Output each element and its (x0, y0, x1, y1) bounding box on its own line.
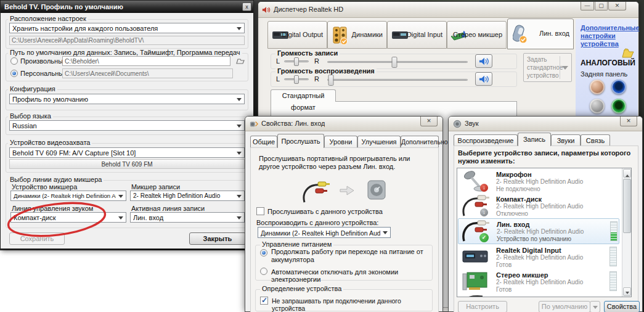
playback-device-select[interactable]: Динамики (2- Realtek High Definition Aud… (258, 227, 391, 238)
list-scrollbar[interactable] (622, 168, 631, 297)
scroll-down-icon[interactable] (623, 287, 631, 296)
tab-advanced[interactable]: Дополнительно (401, 136, 439, 148)
realtek-window-title: Диспетчер Realtek HD (274, 2, 343, 17)
record-mixer-select[interactable]: 2- Realtek High Definition Audio (130, 191, 245, 201)
analog-section-label: АНАЛОГОВЫЙ (581, 59, 635, 67)
personal-path-field (62, 68, 233, 78)
configuration-label: Конфигурация (8, 85, 57, 92)
scroll-up-icon[interactable] (623, 169, 631, 178)
power-battery-radio[interactable] (260, 249, 267, 257)
custom-path-radio[interactable] (10, 57, 18, 65)
stereo-mixer-level-meter (609, 271, 617, 291)
listen-checkbox-label[interactable]: Прослушивать с данного устройства (267, 208, 383, 215)
sound-titlebar[interactable]: Звук ✕ (449, 117, 642, 131)
close-button[interactable]: ✕ (608, 2, 626, 10)
device-advanced-settings-link[interactable]: Дополнительные настройки устройства (581, 24, 635, 48)
jack-line-in-pink[interactable] (590, 80, 605, 94)
playback-mute-button[interactable] (475, 72, 492, 86)
tab-stereo-mixer[interactable]: Стерео микшер (447, 21, 507, 49)
settings-storage-select[interactable]: Хранить настройки для каждого пользовате… (9, 23, 245, 33)
record-volume-slider[interactable] (327, 61, 468, 63)
settings-storage-path-field (9, 36, 245, 45)
close-button[interactable]: ✕ (620, 117, 637, 126)
close-button[interactable]: Закрыть (189, 232, 246, 245)
behold-close-button[interactable]: x (242, 2, 251, 11)
jack-gray[interactable] (590, 99, 605, 113)
folder-icon[interactable] (621, 47, 635, 60)
tab-line-in[interactable]: Лин. вход (507, 18, 574, 49)
dropdown-arrow-icon (118, 216, 123, 222)
device-row-microphone[interactable]: ↓ Микрофон 2- Realtek High Definition Au… (458, 169, 619, 194)
custom-path-input[interactable] (62, 56, 230, 66)
properties-titlebar[interactable]: Свойства: Лин. вход ✕ (245, 117, 442, 131)
playback-device-label: Воспроизводить с данного устройства: (256, 219, 378, 226)
personal-path-radio-label[interactable]: Персональный (20, 70, 67, 77)
set-default-device-button[interactable]: Задать стандартное устройство (523, 53, 572, 82)
jack-blue[interactable] (611, 80, 626, 94)
dropdown-arrow-icon (237, 216, 242, 222)
device-row-line-in[interactable]: ✓ Лин. вход 2- Realtek High Definition A… (458, 218, 619, 244)
power-economy-radio-label[interactable]: Автоматически отключать для экономии эле… (271, 268, 431, 283)
record-balance-thumb[interactable] (294, 57, 299, 66)
tab-digital-output[interactable]: Digital Output (267, 21, 327, 49)
playback-balance-right-label: R (314, 75, 319, 83)
partial-device-icon (462, 294, 486, 297)
line-in-level-meter (610, 221, 618, 241)
disabled-badge-icon: ↓ (480, 208, 488, 216)
set-default-dropdown-arrow-icon[interactable] (562, 66, 568, 73)
properties-button[interactable]: Свойства (604, 301, 640, 312)
device-row-digital-input[interactable]: Realtek Digital Input 2- Realtek High De… (458, 245, 619, 269)
no-prompt-checkbox[interactable] (260, 297, 268, 305)
maximize-button[interactable]: ▢ (595, 2, 608, 10)
dropdown-arrow-icon (383, 231, 388, 237)
minimize-button[interactable]: — (581, 2, 594, 10)
tab-digital-input[interactable]: Digital Input (387, 21, 447, 49)
set-default-button[interactable]: По умолчанию (539, 301, 590, 312)
settings-location-label: Расположение настроек (8, 15, 88, 22)
playback-volume-thumb[interactable] (328, 75, 333, 86)
realtek-titlebar[interactable]: Диспетчер Realtek HD — ▢ ✕ (258, 2, 638, 18)
configuration-select[interactable]: Профиль по умолчанию (9, 94, 245, 104)
tab-speakers[interactable]: Динамики (327, 21, 387, 49)
capture-device-select[interactable]: Behold TV 609 FM: A/V Capture [Slot 10] (9, 147, 245, 158)
line-in-properties-dialog: Свойства: Лин. вход ✕ Общие Прослушать У… (245, 116, 443, 312)
tab-sounds[interactable]: Звуки (551, 134, 581, 146)
data-path-label: Путь по умолчанию для данных: Запись, Та… (8, 49, 242, 56)
configure-button[interactable]: Настроить (458, 301, 507, 312)
record-balance-slider[interactable] (284, 60, 309, 62)
behold-titlebar[interactable]: Behold TV. Профиль по умолчанию x (1, 1, 253, 13)
set-default-split-arrow[interactable] (590, 301, 600, 312)
tab-communication[interactable]: Связь (581, 134, 610, 146)
tab-enhancements[interactable]: Улучшения (357, 136, 401, 148)
capture-device-label: Устройство видеозахвата (8, 139, 92, 146)
record-mute-button[interactable] (475, 54, 492, 68)
custom-path-radio-label[interactable]: Произвольный (20, 57, 67, 65)
scroll-thumb[interactable] (623, 179, 631, 233)
tab-playback[interactable]: Воспроизведение (454, 134, 518, 146)
playback-balance-slider[interactable] (284, 78, 309, 80)
tab-levels[interactable]: Уровни (324, 136, 357, 148)
language-select[interactable]: Russian (9, 120, 245, 131)
browse-folder-icon[interactable] (236, 56, 245, 65)
active-record-line-select[interactable]: Лин. вход (130, 212, 245, 223)
tab-standard-format[interactable]: Стандартный формат (271, 89, 336, 102)
power-economy-radio[interactable] (260, 268, 267, 275)
power-battery-radio-label[interactable]: Продолжать работу при переходе на питани… (271, 248, 425, 264)
record-volume-thumb[interactable] (392, 57, 397, 68)
close-button[interactable]: ✕ (420, 117, 438, 126)
sound-dialog-icon (453, 120, 462, 129)
tab-recording[interactable]: Запись (518, 133, 551, 146)
playback-volume-slider[interactable] (327, 79, 468, 81)
device-row-cd[interactable]: ↓ Компакт-диск 2- Realtek High Definitio… (458, 194, 619, 218)
record-volume-label: Громкость записи (275, 49, 340, 57)
tab-general[interactable]: Общие (250, 136, 277, 148)
jack-green[interactable] (611, 99, 626, 113)
device-row-stereo-mixer[interactable]: Стерео микшер 2- Realtek High Definition… (458, 269, 619, 294)
no-prompt-checkbox-label[interactable]: Не запрашивать при подключении данного у… (272, 297, 429, 312)
recording-device-list[interactable]: ↓ Микрофон 2- Realtek High Definition Au… (457, 168, 632, 297)
personal-path-radio[interactable] (10, 70, 18, 77)
playback-balance-thumb[interactable] (294, 75, 299, 84)
tab-listen[interactable]: Прослушать (277, 134, 324, 148)
listen-checkbox[interactable] (256, 207, 264, 215)
line-in-cable-icon (302, 180, 332, 205)
